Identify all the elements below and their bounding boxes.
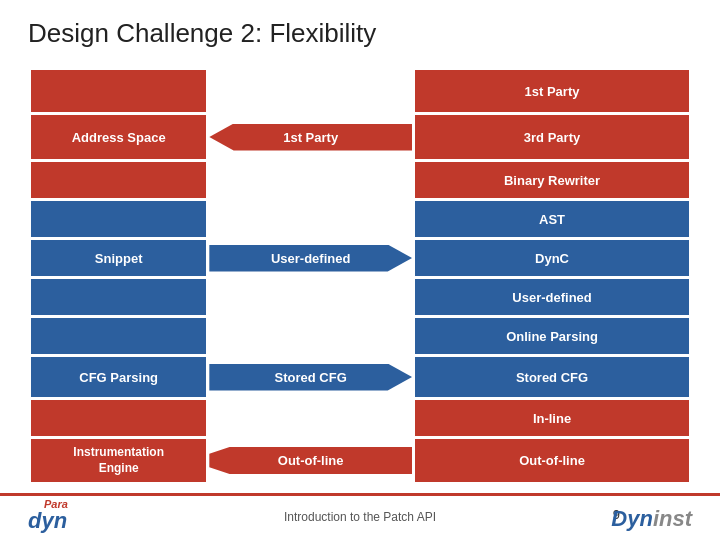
logo-left: Para dyn xyxy=(28,499,68,532)
stored-cfg-right-cell: Stored CFG xyxy=(415,357,689,397)
logo-inst-text: inst xyxy=(653,506,692,532)
user-defined-right-cell: User-defined xyxy=(415,279,689,315)
first-party-middle-cell: 1st Party xyxy=(209,115,412,159)
address-space-label-cell: Address Space xyxy=(31,115,206,159)
first-party-top-cell: 1st Party xyxy=(415,70,689,112)
ast-cell: AST xyxy=(415,201,689,237)
dync-cell: DynC xyxy=(415,240,689,276)
binary-rewriter-left xyxy=(31,162,206,198)
table-row: User-defined xyxy=(31,279,689,315)
logo-dyn-text: dyn xyxy=(28,510,67,532)
slide-title: Design Challenge 2: Flexibility xyxy=(28,18,692,49)
out-of-line-middle-cell: Out-of-line xyxy=(209,439,412,482)
table-row: CFG Parsing Stored CFG Stored CFG xyxy=(31,357,689,397)
table-row: In-line xyxy=(31,400,689,436)
footer-line xyxy=(0,493,720,496)
table-row: Address Space 1st Party 3rd Party xyxy=(31,115,689,159)
table-row: AST xyxy=(31,201,689,237)
inline-cell: In-line xyxy=(415,400,689,436)
footer-center-text: Introduction to the Patch API xyxy=(284,510,436,524)
table-row: Snippet User-defined DynC xyxy=(31,240,689,276)
ast-mid xyxy=(209,201,412,237)
user-defined-middle-cell: User-defined xyxy=(209,240,412,276)
table-row: Online Parsing xyxy=(31,318,689,354)
slide: Design Challenge 2: Flexibility 1st Part… xyxy=(0,0,720,540)
logo-right: Dyn inst xyxy=(611,506,692,532)
third-party-cell: 3rd Party xyxy=(415,115,689,159)
inline-left xyxy=(31,400,206,436)
online-parsing-cell: Online Parsing xyxy=(415,318,689,354)
binary-rewriter-mid xyxy=(209,162,412,198)
diagram-table: 1st Party Address Space 1st Party 3rd Pa… xyxy=(28,67,692,485)
out-of-line-right-cell: Out-of-line xyxy=(415,439,689,482)
ast-left xyxy=(31,201,206,237)
inline-mid xyxy=(209,400,412,436)
online-parsing-left xyxy=(31,318,206,354)
table-row: 1st Party xyxy=(31,70,689,112)
stored-cfg-middle-cell: Stored CFG xyxy=(209,357,412,397)
instrumentation-label-cell: InstrumentationEngine xyxy=(31,439,206,482)
snippet-label-cell: Snippet xyxy=(31,240,206,276)
middle-empty xyxy=(209,70,412,112)
user-def-mid xyxy=(209,279,412,315)
left-red-cell xyxy=(31,70,206,112)
cfg-parsing-label-cell: CFG Parsing xyxy=(31,357,206,397)
logo-dyn-right-text: Dyn xyxy=(611,506,653,532)
online-parsing-mid xyxy=(209,318,412,354)
table-row: Binary Rewriter xyxy=(31,162,689,198)
table-row: InstrumentationEngine Out-of-line Out-of… xyxy=(31,439,689,482)
binary-rewriter-cell: Binary Rewriter xyxy=(415,162,689,198)
user-def-left xyxy=(31,279,206,315)
